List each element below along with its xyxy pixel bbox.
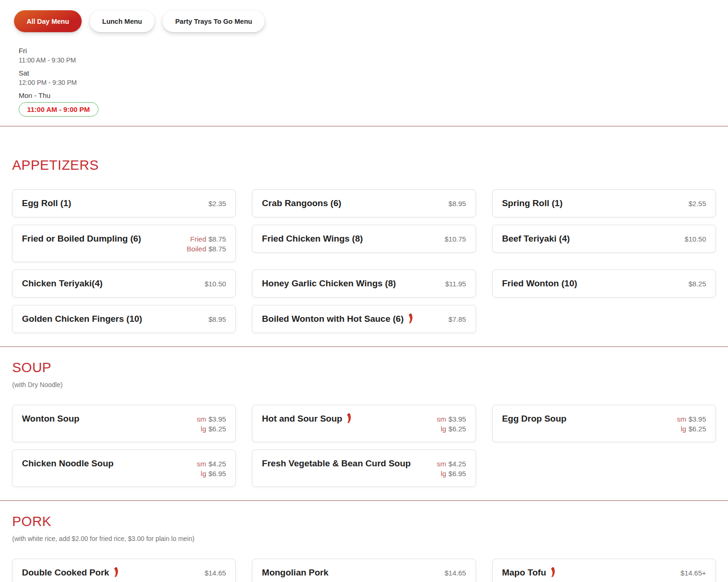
price-value: $8.95 (209, 315, 226, 323)
price-size-label: sm (437, 415, 446, 423)
hours-time: 12:00 PM - 9:30 PM (19, 79, 716, 86)
price-value: $10.50 (685, 235, 706, 243)
section-subtitle: (with white rice, add $2.00 for fried ri… (12, 535, 716, 542)
price-row: Fried$8.75 (187, 234, 226, 244)
price-size-label: Boiled (187, 245, 206, 253)
price-value: $6.95 (209, 470, 226, 478)
price-value: $3.95 (209, 415, 226, 423)
hours-entry: Sat 12:00 PM - 9:30 PM (19, 69, 716, 86)
menu-item-name: Fried or Boiled Dumpling (6) (22, 233, 141, 244)
price-row: lg$6.25 (677, 424, 706, 434)
price-size-label: lg (201, 425, 206, 433)
hours-day: Mon - Thu (19, 91, 716, 99)
menu-item-name: Spring Roll (1) (502, 198, 563, 209)
menu-item-name: Mongolian Pork (262, 567, 329, 578)
menu-item-fried-or-boiled-dumpling-6[interactable]: Fried or Boiled Dumpling (6) Fried$8.75B… (12, 225, 236, 262)
menu-item-name-text: Golden Chicken Fingers (10) (22, 314, 142, 324)
hours-time: 11:00 AM - 9:30 PM (19, 56, 716, 64)
items-grid: Egg Roll (1) $2.35 Crab Rangoons (6) $8.… (12, 189, 716, 333)
menu-item-boiled-wonton-with-hot-sauce-6[interactable]: Boiled Wonton with Hot Sauce (6) $7.85 (252, 305, 476, 333)
menu-item-wonton-soup[interactable]: Wonton Soup sm$3.95lg$6.25 (12, 405, 236, 442)
menu-item-name-text: Boiled Wonton with Hot Sauce (6) (262, 314, 404, 324)
menu-item-prices: sm$4.25lg$6.95 (197, 458, 226, 478)
menu-item-prices: $8.95 (209, 313, 226, 324)
menu-item-prices: Fried$8.75Boiled$8.75 (187, 233, 226, 254)
price-row: lg$6.25 (437, 424, 466, 434)
section-title: PORK (12, 513, 716, 529)
menu-item-egg-drop-soup[interactable]: Egg Drop Soup sm$3.95lg$6.25 (492, 405, 716, 442)
menu-item-name: Egg Drop Soup (502, 413, 567, 424)
price-row: sm$3.95 (677, 414, 706, 424)
section-title: SOUP (12, 360, 716, 375)
menu-item-mongolian-pork[interactable]: Mongolian Pork $14.65 (252, 559, 476, 582)
menu-item-name: Golden Chicken Fingers (10) (22, 313, 142, 325)
menu-item-fried-chicken-wings-8[interactable]: Fried Chicken Wings (8) $10.75 (252, 225, 476, 253)
menu-item-golden-chicken-fingers-10[interactable]: Golden Chicken Fingers (10) $8.95 (12, 305, 236, 333)
price-row: sm$4.25 (437, 459, 466, 469)
price-value: $4.25 (209, 460, 226, 468)
menu-item-name: Fried Chicken Wings (8) (262, 233, 363, 244)
menu-item-name: Double Cooked Pork (22, 567, 119, 578)
menu-item-name: Mapo Tofu (502, 567, 556, 578)
price-value: $14.65+ (680, 569, 706, 577)
menu-item-fresh-vegetable-bean-curd-soup[interactable]: Fresh Vegetable & Bean Curd Soup sm$4.25… (252, 450, 476, 487)
menu-item-beef-teriyaki-4[interactable]: Beef Teriyaki (4) $10.50 (492, 225, 716, 253)
price-value: $14.65 (204, 569, 226, 577)
menu-tab-party-trays-to-go-menu[interactable]: Party Trays To Go Menu (162, 10, 265, 32)
menu-item-name: Beef Teriyaki (4) (502, 233, 570, 244)
menu-item-crab-rangoons-6[interactable]: Crab Rangoons (6) $8.95 (252, 189, 476, 217)
menu-item-prices: $14.65 (445, 567, 466, 578)
price-value: $8.75 (209, 245, 226, 253)
price-row: sm$4.25 (197, 459, 226, 469)
menu-item-name-text: Double Cooked Pork (22, 568, 109, 577)
menu-item-name-text: Egg Roll (1) (22, 198, 71, 208)
menu-tab-all-day-menu[interactable]: All Day Menu (14, 10, 82, 32)
price-row: $2.35 (209, 199, 226, 208)
menu-item-egg-roll-1[interactable]: Egg Roll (1) $2.35 (12, 189, 236, 217)
menu-item-chicken-teriyaki-4[interactable]: Chicken Teriyaki(4) $10.50 (12, 270, 236, 298)
price-row: $8.95 (448, 199, 466, 208)
menu-item-fried-wonton-10[interactable]: Fried Wonton (10) $8.25 (492, 270, 716, 298)
menu-item-mapo-tofu[interactable]: Mapo Tofu $14.65+ (492, 559, 716, 582)
menu-item-name-text: Crab Rangoons (6) (262, 198, 341, 208)
price-size-label: sm (677, 415, 686, 423)
menu-item-honey-garlic-chicken-wings-8[interactable]: Honey Garlic Chicken Wings (8) $11.95 (252, 270, 476, 298)
price-row: $14.65+ (680, 568, 706, 578)
price-row: $14.65 (204, 568, 226, 578)
price-size-label: Fried (190, 235, 206, 243)
menu-item-prices: $8.25 (688, 278, 706, 289)
price-value: $3.95 (448, 415, 466, 423)
price-row: $10.75 (445, 234, 466, 244)
menu-item-prices: $2.35 (209, 198, 226, 208)
menu-item-name-text: Fried Wonton (10) (502, 278, 577, 288)
menu-section-pork: PORK (with white rice, add $2.00 for fri… (0, 500, 728, 582)
menu-item-name-text: Beef Teriyaki (4) (502, 234, 570, 243)
chili-icon (549, 567, 555, 577)
price-row: lg$6.95 (437, 469, 466, 478)
price-value: $10.75 (445, 235, 466, 243)
menu-tab-lunch-menu[interactable]: Lunch Menu (90, 10, 154, 32)
menu-item-name-text: Honey Garlic Chicken Wings (8) (262, 278, 396, 288)
chili-icon (345, 413, 351, 423)
menu-item-name-text: Mapo Tofu (502, 568, 546, 577)
menu-section-appetizers: APPETIZERS Egg Roll (1) $2.35 Crab Rango… (0, 126, 728, 346)
hours-day: Fri (19, 47, 716, 55)
price-value: $3.95 (688, 415, 706, 423)
menu-item-hot-and-sour-soup[interactable]: Hot and Sour Soup sm$3.95lg$6.25 (252, 405, 476, 442)
price-value: $2.35 (209, 200, 226, 208)
menu-item-chicken-noodle-soup[interactable]: Chicken Noodle Soup sm$4.25lg$6.95 (12, 450, 236, 487)
menu-item-name-text: Fried Chicken Wings (8) (262, 234, 363, 243)
menu-item-prices: $8.95 (448, 198, 466, 208)
menu-item-name: Egg Roll (1) (22, 198, 71, 209)
menu-item-prices: sm$3.95lg$6.25 (197, 413, 226, 434)
price-value: $8.95 (448, 200, 466, 208)
price-size-label: lg (201, 470, 206, 478)
menu-item-name: Chicken Teriyaki(4) (22, 278, 103, 289)
menu-item-prices: $7.85 (448, 313, 466, 324)
price-size-label: sm (437, 460, 446, 468)
menu-item-name-text: Wonton Soup (22, 414, 79, 423)
price-row: lg$6.95 (197, 469, 226, 478)
menu-item-spring-roll-1[interactable]: Spring Roll (1) $2.55 (492, 189, 716, 217)
menu-item-double-cooked-pork[interactable]: Double Cooked Pork $14.65 (12, 559, 236, 582)
price-value: $6.25 (448, 425, 466, 433)
